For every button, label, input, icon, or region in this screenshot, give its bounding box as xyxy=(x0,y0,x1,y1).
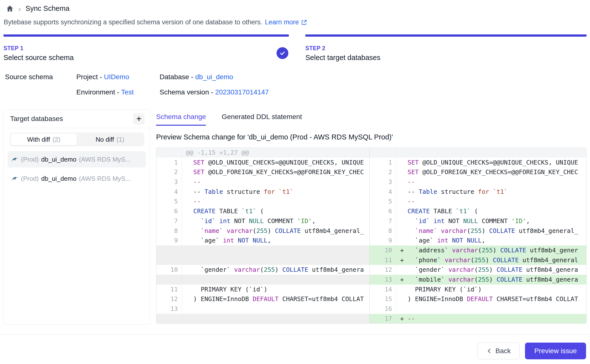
project-label: Project - xyxy=(76,73,102,81)
diff-table: @@ -1,15 +1,27 @@1 SET @OLD_UNIQUE_CHECK… xyxy=(156,148,587,324)
check-icon xyxy=(279,50,286,56)
diff-code-line: `gender` varchar(255) COLLATE utf8mb4_ge… xyxy=(396,265,587,275)
home-icon[interactable] xyxy=(6,5,14,13)
diff-code-line xyxy=(396,148,587,158)
database-name: db_ui_demo xyxy=(41,156,76,163)
diff-line-number: 1 xyxy=(370,158,396,167)
diff-code-line: `age` int NOT NULL, xyxy=(182,236,370,245)
stepper: STEP 1 Select source schema STEP 2 Selec… xyxy=(3,34,587,62)
back-button[interactable]: Back xyxy=(477,343,520,359)
diff-line-number: 3 xyxy=(156,177,182,187)
breadcrumb-chevron-icon: › xyxy=(18,5,21,12)
diff-line-number: 5 xyxy=(370,197,396,206)
source-schema-label: Source schema xyxy=(5,72,76,82)
diff-code-line: PRIMARY KEY (`id`) xyxy=(396,285,587,294)
diff-code-line: `gender` varchar(255) COLLATE utf8mb4_ge… xyxy=(182,265,370,275)
diff-code-line: + `phone` varchar(255) COLLATE utf8mb4_g… xyxy=(396,255,587,265)
learn-more-label: Learn more xyxy=(265,18,299,26)
diff-code-line xyxy=(182,304,370,314)
diff-line-number: 2 xyxy=(156,167,182,177)
diff-code-line: -- xyxy=(396,197,587,206)
diff-line-number: 7 xyxy=(370,216,396,226)
database-instance: (AWS RDS MyS... xyxy=(79,175,131,182)
project-link[interactable]: UIDemo xyxy=(104,73,129,81)
diff-code-line: `age` int NOT NULL, xyxy=(396,236,587,245)
environment-link[interactable]: Test xyxy=(121,88,134,96)
diff-line-number: 9 xyxy=(156,236,182,245)
diff-code-line: SET @OLD_UNIQUE_CHECKS=@@UNIQUE_CHECKS, … xyxy=(396,158,587,167)
diff-line-number: 13 xyxy=(370,275,396,285)
diff-line-number: 17 xyxy=(370,314,396,324)
diff-line-number: 11 xyxy=(370,255,396,265)
diff-line-number: 10 xyxy=(370,245,396,255)
footer-actions: Back Preview issue xyxy=(0,343,586,359)
database-environment: (Prod) xyxy=(21,156,39,163)
target-databases-header: Target databases + xyxy=(4,110,150,128)
description-text: Bytebase supports synchronizing a specif… xyxy=(4,18,262,26)
schema-version-label: Schema version - xyxy=(160,88,213,96)
diff-line-number: 13 xyxy=(156,304,182,314)
breadcrumb: › Sync Schema xyxy=(0,0,590,13)
step-1-progress-bar xyxy=(3,34,289,37)
source-environment: Environment - Test xyxy=(76,87,160,97)
diff-code-line: ) ENGINE=InnoDB DEFAULT CHARSET=utf8mb4 … xyxy=(396,294,587,304)
diff-code-line xyxy=(396,304,587,314)
tab-with-diff[interactable]: With diff (2) xyxy=(11,134,77,145)
footer-divider xyxy=(0,334,590,335)
diff-line-number: 10 xyxy=(156,265,182,275)
diff-line-number: 9 xyxy=(370,236,396,245)
step-1: STEP 1 Select source schema xyxy=(3,34,289,62)
diff-line-number: 15 xyxy=(370,294,396,304)
diff-line-number: 7 xyxy=(156,216,182,226)
diff-code-line: ) ENGINE=InnoDB DEFAULT CHARSET=utf8mb4 … xyxy=(182,294,370,304)
preview-title: Preview Schema change for 'db_ui_demo (P… xyxy=(156,133,587,141)
tab-schema-change[interactable]: Schema change xyxy=(156,113,206,126)
diff-line-number xyxy=(156,275,182,285)
back-button-label: Back xyxy=(495,347,511,355)
source-project: Project - UIDemo xyxy=(76,72,160,82)
tab-no-diff-count: (1) xyxy=(116,136,124,143)
source-schema-spacer xyxy=(5,87,76,97)
add-target-database-button[interactable]: + xyxy=(133,113,145,124)
diff-line-number: 6 xyxy=(156,206,182,216)
tab-no-diff[interactable]: No diff (1) xyxy=(77,134,143,145)
diff-line-number: 16 xyxy=(370,304,396,314)
diff-line-number: 14 xyxy=(370,285,396,294)
preview-issue-button[interactable]: Preview issue xyxy=(525,343,586,359)
source-schema-summary: Source schema Project - UIDemo Database … xyxy=(5,72,590,97)
tab-no-diff-label: No diff xyxy=(96,136,114,143)
schema-version-link[interactable]: 20230317014147 xyxy=(215,88,269,96)
diff-code-line xyxy=(182,314,370,324)
diff-code-line: @@ -1,15 +1,27 @@ xyxy=(182,148,370,158)
diff-line-number: 3 xyxy=(370,177,396,187)
database-list-item[interactable]: (Prod) db_ui_demo (AWS RDS MyS... xyxy=(8,170,146,187)
step-2-label: STEP 2 xyxy=(305,45,587,52)
source-schema-version: Schema version - 20230317014147 xyxy=(160,87,590,97)
diff-line-number: 8 xyxy=(370,226,396,236)
database-label: Database - xyxy=(160,73,193,81)
diff-code-line: CREATE TABLE `t1` ( xyxy=(182,206,370,216)
tab-generated-ddl[interactable]: Generated DDL statement xyxy=(222,113,302,126)
diff-code-line: `name` varchar(255) COLLATE utf8mb4_gene… xyxy=(182,226,370,236)
diff-code-line: + -- xyxy=(396,314,587,324)
learn-more-link[interactable]: Learn more xyxy=(265,18,307,26)
diff-line-number: 12 xyxy=(370,265,396,275)
step-2: STEP 2 Select target databases xyxy=(305,34,587,62)
external-link-icon xyxy=(301,19,307,26)
chevron-left-icon xyxy=(486,348,492,354)
main-content: Target databases + With diff (2) No diff… xyxy=(3,109,587,325)
diff-code-line: SET @OLD_FOREIGN_KEY_CHECKS=@@FOREIGN_KE… xyxy=(182,167,370,177)
diff-line-number xyxy=(156,245,182,255)
diff-line-number xyxy=(156,148,182,158)
database-link[interactable]: db_ui_demo xyxy=(195,73,233,81)
target-database-list: (Prod) db_ui_demo (AWS RDS MyS... (Prod)… xyxy=(4,146,150,187)
diff-line-number: 12 xyxy=(156,294,182,304)
diff-code-line: SET @OLD_FOREIGN_KEY_CHECKS=@@FOREIGN_KE… xyxy=(396,167,587,177)
diff-line-number: 6 xyxy=(370,206,396,216)
database-list-item[interactable]: (Prod) db_ui_demo (AWS RDS MyS... xyxy=(8,151,146,167)
diff-line-number: 1 xyxy=(156,158,182,167)
diff-code-line: CREATE TABLE `t1` ( xyxy=(396,206,587,216)
database-instance: (AWS RDS MyS... xyxy=(79,156,131,163)
mysql-dolphin-icon xyxy=(11,156,18,163)
step-1-label: STEP 1 xyxy=(3,45,289,52)
